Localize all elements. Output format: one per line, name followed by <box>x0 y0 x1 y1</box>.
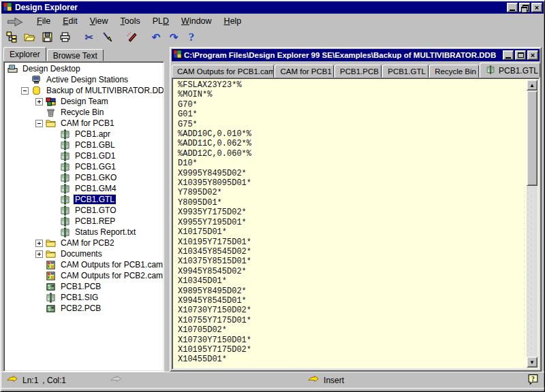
close-button[interactable]: × <box>531 3 542 12</box>
book-icon <box>59 216 71 227</box>
workstation-icon <box>31 75 42 85</box>
menu-bar: FileEditViewToolsPLDWindowHelp <box>1 14 544 28</box>
explorer-toggle-button[interactable] <box>3 29 20 44</box>
tree-item-pcb1-apr[interactable]: PCB1.apr <box>5 129 164 140</box>
tree-item-recycle-bin[interactable]: Recycle Bin <box>5 107 164 118</box>
tree-item-pcb1-rep[interactable]: PCB1.REP <box>5 216 164 227</box>
tree-item-label: Backup of MULTIVIBRATOR.DDB <box>45 86 164 95</box>
minimize-icon <box>510 10 515 11</box>
tree-item-active-design-stations[interactable]: Active Design Stations <box>5 74 164 85</box>
editor-line: X9945Y8545D01* <box>178 296 527 306</box>
tree-item-status-report-txt[interactable]: Status Report.txt <box>5 227 164 238</box>
tree-item-pcb1-sig[interactable]: PCB1.SIG <box>5 292 164 303</box>
document-tab-pcb1-gtl[interactable]: PCB1.GTL <box>382 65 429 78</box>
tree-item-label: PCB1.REP <box>74 216 116 226</box>
vertical-scrollbar[interactable]: ▲ ▼ <box>527 80 538 368</box>
editor-line: X10195Y7175D01* <box>178 238 527 247</box>
cam-icon <box>45 260 57 270</box>
doc-close-icon: × <box>531 52 535 59</box>
tree-item-pcb2-pcb[interactable]: PCB2.PCB <box>5 303 164 314</box>
tree-item-pcb1-gko[interactable]: PCB1.GKO <box>5 172 164 183</box>
menu-window[interactable]: Window <box>175 15 217 27</box>
redo-button[interactable]: ↷ <box>166 29 182 44</box>
document-tab-pcb1-pcb[interactable]: PCB1.PCB <box>334 65 382 78</box>
panel-splitter[interactable] <box>164 47 170 372</box>
book-icon <box>59 195 71 205</box>
tree-item-pcb1-gd1[interactable]: PCB1.GD1 <box>5 150 164 161</box>
document-tab-cam-outputs-for-pcb1-cam[interactable]: CAM Outputs for PCB1.cam <box>172 65 274 78</box>
tree-item-pcb1-pcb[interactable]: PCB1.PCB <box>5 281 164 292</box>
menu-arrow-icon[interactable] <box>6 17 24 26</box>
undo-button[interactable]: ↶ <box>148 29 164 44</box>
editor-line: X9935Y7175D02* <box>178 208 527 217</box>
cross-probe-button[interactable] <box>99 29 115 44</box>
tree-item-cam-outputs-for-pcb1-cam[interactable]: CAM Outputs for PCB1.cam <box>5 259 164 270</box>
expander-minus-icon[interactable] <box>35 120 43 127</box>
print-button[interactable] <box>57 29 73 44</box>
tree-item-pcb1-gm4[interactable]: PCB1.GM4 <box>5 183 164 194</box>
book-icon <box>59 206 71 216</box>
tree-item-label: PCB1.GM4 <box>74 184 118 193</box>
tree-item-cam-for-pcb1[interactable]: CAM for PCB1 <box>5 118 164 129</box>
menu-file[interactable]: File <box>31 15 57 27</box>
help-bubble-icon[interactable]: ? <box>527 374 539 387</box>
scroll-down-button[interactable]: ▼ <box>527 357 538 368</box>
cut-button[interactable]: ✂ <box>81 29 97 44</box>
sidebar-tab-browse-text[interactable]: Browse Text <box>47 49 104 61</box>
book-icon <box>59 151 71 161</box>
open-document-button[interactable] <box>21 29 37 44</box>
menu-view[interactable]: View <box>84 15 114 27</box>
tree-item-pcb1-gg1[interactable]: PCB1.GG1 <box>5 161 164 172</box>
expander-plus-icon[interactable] <box>35 98 43 105</box>
save-button[interactable] <box>39 29 55 44</box>
team-icon <box>45 97 57 107</box>
document-tab-recycle-bin[interactable]: Recycle Bin <box>429 65 479 78</box>
toolbar: ✂↶↷? <box>1 28 544 46</box>
editor-line: D10* <box>178 159 527 168</box>
tree-item-design-desktop[interactable]: Design Desktop <box>5 63 164 74</box>
tree-item-backup-of-multivibrator-ddb[interactable]: Backup of MULTIVIBRATOR.DDB <box>5 85 164 96</box>
help-button[interactable]: ? <box>183 29 200 44</box>
menu-pld[interactable]: PLD <box>146 15 175 27</box>
redo-icon: ↷ <box>170 31 178 43</box>
tree-item-design-team[interactable]: Design Team <box>5 96 164 107</box>
editor-line: X10755Y7175D01* <box>178 316 527 325</box>
doc-maximize-button[interactable] <box>515 50 526 60</box>
tree-item-cam-outputs-for-pcb2-cam[interactable]: CAM Outputs for PCB2.cam <box>5 270 164 281</box>
menu-tools[interactable]: Tools <box>114 15 146 27</box>
doc-minimize-button[interactable] <box>503 50 514 60</box>
document-tab-cam-for-pcb1[interactable]: CAM for PCB1 <box>275 65 334 78</box>
recycle-icon <box>45 108 57 118</box>
expander-plus-icon[interactable] <box>35 240 43 247</box>
scrollbar-thumb[interactable] <box>527 91 538 186</box>
tree-item-cam-for-pcb2[interactable]: CAM for PCB2 <box>5 238 164 248</box>
menu-edit[interactable]: Edit <box>57 15 84 27</box>
tree-icon <box>6 31 18 43</box>
document-tab-pcb1-gtl-active[interactable]: PCB1.GTL <box>480 63 540 78</box>
tree-item-label: Recycle Bin <box>59 108 105 117</box>
minimize-button[interactable] <box>507 3 518 12</box>
tree-item-label: PCB1.GTO <box>74 206 117 215</box>
sidebar-tab-explorer[interactable]: Explorer <box>3 47 46 61</box>
tree-item-pcb1-gbl[interactable]: PCB1.GBL <box>5 140 164 150</box>
expander-plus-icon[interactable] <box>35 250 43 258</box>
design-tree[interactable]: Design DesktopActive Design StationsBack… <box>3 61 164 372</box>
doc-close-button[interactable]: × <box>527 50 538 60</box>
tree-item-label: PCB1.GG1 <box>74 162 117 172</box>
text-editor[interactable]: %FSLAX23Y23*%%MOIN*%G70*G01*G75*%ADD10C,… <box>174 80 527 368</box>
editor-line: %ADD11C,0.062*% <box>178 139 527 148</box>
tree-item-documents[interactable]: Documents <box>5 248 164 259</box>
editor-line: X9895Y8495D02* <box>178 287 527 296</box>
explorer-panel: ExplorerBrowse Text Design DesktopActive… <box>3 47 164 372</box>
scroll-up-button[interactable]: ▲ <box>527 80 538 91</box>
expander-minus-icon[interactable] <box>21 87 29 95</box>
insert-mode: Insert <box>324 376 344 385</box>
tree-item-pcb1-gto[interactable]: PCB1.GTO <box>5 205 164 216</box>
menu-help[interactable]: Help <box>218 15 248 27</box>
cam-icon <box>45 271 57 281</box>
restore-button[interactable] <box>519 3 530 12</box>
tree-item-label: CAM Outputs for PCB2.cam <box>59 271 164 280</box>
tree-item-pcb1-gtl[interactable]: PCB1.GTL <box>5 194 164 205</box>
document-title-bar: C:\Program Files\Design Explorer 99 SE\E… <box>172 49 540 61</box>
wizard-button[interactable] <box>123 29 140 44</box>
